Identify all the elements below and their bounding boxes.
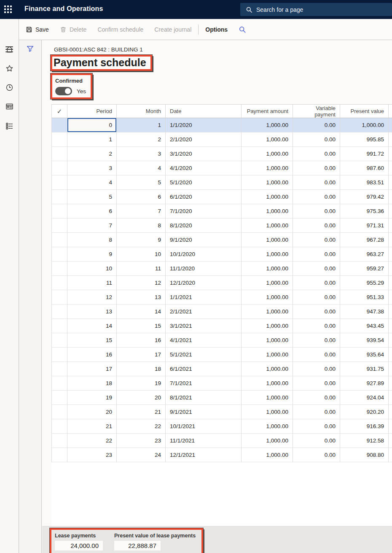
cell-period[interactable]: 14 (67, 319, 117, 333)
delete-button[interactable]: Delete (54, 19, 92, 40)
table-row[interactable]: 14153/1/20211,000.000.00943.45 (51, 319, 392, 333)
cell-month[interactable]: 23 (117, 434, 166, 448)
row-select-cell[interactable] (51, 419, 67, 434)
cell-date[interactable]: 11/1/2020 (166, 262, 242, 276)
cell-variable_payment[interactable]: 0.00 (293, 305, 340, 319)
app-launcher-icon[interactable] (4, 5, 12, 13)
cell-variable_payment[interactable]: 0.00 (293, 175, 340, 190)
recent-clock-icon[interactable] (5, 83, 14, 92)
column-header-month[interactable]: Month (117, 105, 166, 118)
cell-date[interactable]: 8/1/2021 (166, 391, 242, 405)
row-select-cell[interactable] (51, 405, 67, 419)
cell-date[interactable]: 11/1/2021 (166, 434, 242, 448)
row-select-cell[interactable] (51, 175, 67, 190)
confirmed-toggle[interactable] (55, 87, 72, 95)
cell-month[interactable]: 5 (117, 175, 166, 190)
cell-payment_amount[interactable]: 1,000.00 (242, 190, 293, 204)
cell-present_value[interactable]: 916.39 (340, 419, 389, 434)
confirm-schedule-button[interactable]: Confirm schedule (92, 19, 149, 40)
save-button[interactable]: Save (20, 19, 54, 40)
cell-period[interactable]: 0 (67, 118, 117, 132)
cell-period[interactable]: 18 (67, 376, 117, 391)
column-header-period[interactable]: Period (67, 105, 117, 118)
cell-date[interactable]: 4/1/2021 (166, 333, 242, 348)
cell-month[interactable]: 8 (117, 219, 166, 233)
table-row[interactable]: 455/1/20201,000.000.00983.51 (51, 175, 392, 190)
table-row[interactable]: 15164/1/20211,000.000.00939.54 (51, 333, 392, 348)
cell-variable_payment[interactable]: 0.00 (293, 319, 340, 333)
table-row[interactable]: 344/1/20201,000.000.00987.60 (51, 161, 392, 175)
cell-variable_payment[interactable]: 0.00 (293, 147, 340, 161)
cell-variable_payment[interactable]: 0.00 (293, 362, 340, 376)
cell-month[interactable]: 3 (117, 147, 166, 161)
cell-date[interactable]: 2/1/2021 (166, 305, 242, 319)
cell-date[interactable]: 6/1/2020 (166, 190, 242, 204)
cell-month[interactable]: 15 (117, 319, 166, 333)
cell-period[interactable]: 21 (67, 419, 117, 434)
cell-present_value[interactable]: 951.33 (340, 290, 389, 305)
row-select-cell[interactable] (51, 434, 67, 448)
row-select-cell[interactable] (51, 376, 67, 391)
row-select-cell[interactable] (51, 262, 67, 276)
table-row[interactable]: 233/1/20201,000.000.00991.72 (51, 147, 392, 161)
cell-month[interactable]: 10 (117, 247, 166, 262)
cell-period[interactable]: 23 (67, 448, 117, 462)
cell-payment_amount[interactable]: 1,000.00 (242, 276, 293, 290)
cell-period[interactable]: 3 (67, 161, 117, 175)
cell-date[interactable]: 5/1/2021 (166, 348, 242, 362)
cell-date[interactable]: 3/1/2020 (166, 147, 242, 161)
table-row[interactable]: 20219/1/20211,000.000.00920.20 (51, 405, 392, 419)
cell-date[interactable]: 4/1/2020 (166, 161, 242, 175)
cell-date[interactable]: 1/1/2021 (166, 290, 242, 305)
cell-payment_amount[interactable]: 1,000.00 (242, 419, 293, 434)
cell-present_value[interactable]: 987.60 (340, 161, 389, 175)
cell-period[interactable]: 7 (67, 219, 117, 233)
cell-month[interactable]: 4 (117, 161, 166, 175)
cell-variable_payment[interactable]: 0.00 (293, 276, 340, 290)
cell-present_value[interactable]: 975.36 (340, 204, 389, 219)
row-select-cell[interactable] (51, 190, 67, 204)
cell-month[interactable]: 16 (117, 333, 166, 348)
cell-date[interactable]: 9/1/2020 (166, 233, 242, 247)
table-row[interactable]: 19208/1/20211,000.000.00924.04 (51, 391, 392, 405)
cell-present_value[interactable]: 979.42 (340, 190, 389, 204)
cell-month[interactable]: 11 (117, 262, 166, 276)
cell-date[interactable]: 2/1/2020 (166, 132, 242, 147)
cell-payment_amount[interactable]: 1,000.00 (242, 233, 293, 247)
row-select-cell[interactable] (51, 319, 67, 333)
table-row[interactable]: 899/1/20201,000.000.00967.28 (51, 233, 392, 247)
cell-present_value[interactable]: 924.04 (340, 391, 389, 405)
cell-period[interactable]: 1 (67, 132, 117, 147)
cell-month[interactable]: 17 (117, 348, 166, 362)
row-select-cell[interactable] (51, 305, 67, 319)
column-header-payment_amount[interactable]: Payment amount (242, 105, 293, 118)
cell-month[interactable]: 9 (117, 233, 166, 247)
cell-variable_payment[interactable]: 0.00 (293, 333, 340, 348)
cell-present_value[interactable]: 983.51 (340, 175, 389, 190)
cell-payment_amount[interactable]: 1,000.00 (242, 204, 293, 219)
column-header-present_value[interactable]: Present value (340, 105, 389, 118)
present-value-value[interactable]: 22,888.87 (114, 541, 161, 550)
cell-payment_amount[interactable]: 1,000.00 (242, 219, 293, 233)
table-row[interactable]: 788/1/20201,000.000.00971.31 (51, 219, 392, 233)
table-row[interactable]: 677/1/20201,000.000.00975.36 (51, 204, 392, 219)
cell-present_value[interactable]: 955.29 (340, 276, 389, 290)
cell-payment_amount[interactable]: 1,000.00 (242, 290, 293, 305)
cell-present_value[interactable]: 995.85 (340, 132, 389, 147)
cell-payment_amount[interactable]: 1,000.00 (242, 319, 293, 333)
cell-period[interactable]: 9 (67, 247, 117, 262)
cell-present_value[interactable]: 912.58 (340, 434, 389, 448)
cell-date[interactable]: 12/1/2020 (166, 276, 242, 290)
cell-date[interactable]: 7/1/2021 (166, 376, 242, 391)
cell-month[interactable]: 2 (117, 132, 166, 147)
cell-period[interactable]: 13 (67, 305, 117, 319)
cell-period[interactable]: 8 (67, 233, 117, 247)
cell-variable_payment[interactable]: 0.00 (293, 233, 340, 247)
table-row[interactable]: 17186/1/20211,000.000.00931.75 (51, 362, 392, 376)
cell-present_value[interactable]: 963.27 (340, 247, 389, 262)
cell-payment_amount[interactable]: 1,000.00 (242, 405, 293, 419)
row-select-cell[interactable] (51, 147, 67, 161)
options-button[interactable]: Options (200, 19, 233, 40)
cell-month[interactable]: 6 (117, 190, 166, 204)
workspace-form-icon[interactable] (5, 102, 14, 111)
